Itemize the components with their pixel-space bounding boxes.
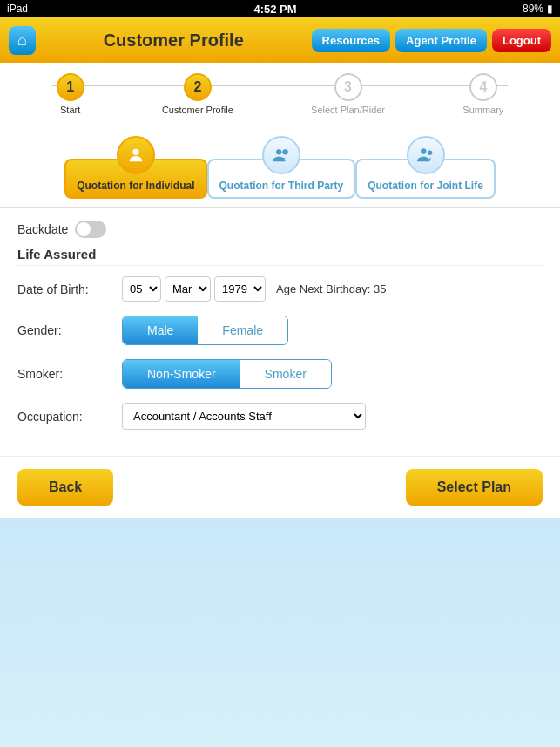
battery-icon: ▮ (547, 3, 553, 15)
svg-point-0 (132, 149, 138, 155)
battery-level: 89% (523, 3, 543, 15)
backdate-row: Backdate (17, 221, 543, 238)
step-label-3: Select Plan/Rider (311, 105, 385, 115)
home-icon: ⌂ (17, 31, 27, 49)
form-area: Backdate Life Assured Date of Birth: 05 … (0, 208, 560, 456)
status-left: iPad (7, 3, 28, 15)
svg-point-2 (282, 149, 287, 154)
gender-toggle-group: Male Female (122, 316, 288, 345)
life-assured-title: Life Assured (17, 247, 543, 266)
gender-label: Gender: (17, 323, 122, 337)
tab-third-party-wrap: Quotation for Third Party (207, 136, 356, 199)
step-circle-4: 4 (469, 73, 497, 101)
dob-year-select[interactable]: 1979 (214, 276, 266, 302)
step-3: 3 Select Plan/Rider (311, 73, 385, 115)
tab-individual-wrap: Quotation for Individual (64, 136, 206, 199)
tab-third-party-icon (262, 136, 300, 174)
gender-male-button[interactable]: Male (123, 316, 198, 344)
status-right: 89% ▮ (523, 3, 553, 15)
smoker-label: Smoker: (17, 367, 122, 381)
step-4: 4 Summary (462, 73, 503, 115)
step-label-1: Start (60, 105, 80, 115)
tab-individual-icon (117, 136, 155, 174)
smoker-button[interactable]: Smoker (240, 360, 331, 388)
occupation-label: Occupation: (17, 410, 122, 424)
step-circle-2: 2 (184, 73, 212, 101)
back-button[interactable]: Back (17, 469, 113, 506)
bottom-bar: Back Select Plan (0, 456, 560, 518)
svg-point-3 (421, 148, 426, 153)
resources-button[interactable]: Resources (312, 29, 390, 52)
dob-month-select[interactable]: Mar (165, 276, 211, 302)
backdate-label: Backdate (17, 222, 68, 236)
step-circle-1: 1 (57, 73, 84, 101)
page-title: Customer Profile (36, 31, 312, 51)
svg-point-4 (427, 151, 432, 156)
non-smoker-button[interactable]: Non-Smoker (123, 360, 240, 388)
backdate-toggle[interactable] (75, 221, 106, 238)
status-bar: iPad 4:52 PM 89% ▮ (0, 0, 560, 17)
occupation-row: Occupation: Accountant / Accounts Staff (17, 403, 543, 430)
quotation-tabs: Quotation for Individual Quotation for T… (0, 122, 560, 208)
select-plan-button[interactable]: Select Plan (406, 469, 543, 506)
dob-controls: 05 Mar 1979 Age Next Birthday: 35 (122, 276, 543, 302)
content-bottom (0, 518, 560, 747)
age-next-birthday: Age Next Birthday: 35 (276, 282, 386, 295)
svg-point-1 (276, 149, 281, 154)
logout-button[interactable]: Logout (492, 29, 551, 52)
smoker-toggle-group: Non-Smoker Smoker (122, 359, 332, 389)
progress-bar: 1 Start 2 Customer Profile 3 Select Plan… (0, 63, 560, 122)
header: ⌂ Customer Profile Resources Agent Profi… (0, 17, 560, 63)
tab-joint-life-wrap: Quotation for Joint Life (355, 136, 496, 199)
step-label-4: Summary (462, 105, 503, 115)
occupation-select[interactable]: Accountant / Accounts Staff (122, 403, 366, 430)
dob-day-select[interactable]: 05 (122, 276, 161, 302)
smoker-row: Smoker: Non-Smoker Smoker (17, 359, 543, 389)
step-1: 1 Start (57, 73, 84, 115)
header-actions: Resources Agent Profile Logout (312, 29, 551, 52)
occupation-controls: Accountant / Accounts Staff (122, 403, 543, 430)
home-button[interactable]: ⌂ (9, 26, 36, 55)
gender-row: Gender: Male Female (17, 316, 543, 345)
dob-row: Date of Birth: 05 Mar 1979 Age Next Birt… (17, 276, 543, 302)
dob-label: Date of Birth: (17, 282, 122, 296)
step-label-2: Customer Profile (162, 105, 233, 115)
gender-female-button[interactable]: Female (198, 316, 287, 344)
agent-profile-button[interactable]: Agent Profile (395, 29, 487, 52)
tab-joint-life-icon (407, 136, 445, 174)
step-circle-3: 3 (334, 73, 362, 101)
step-2: 2 Customer Profile (162, 73, 233, 115)
status-time: 4:52 PM (253, 3, 296, 16)
